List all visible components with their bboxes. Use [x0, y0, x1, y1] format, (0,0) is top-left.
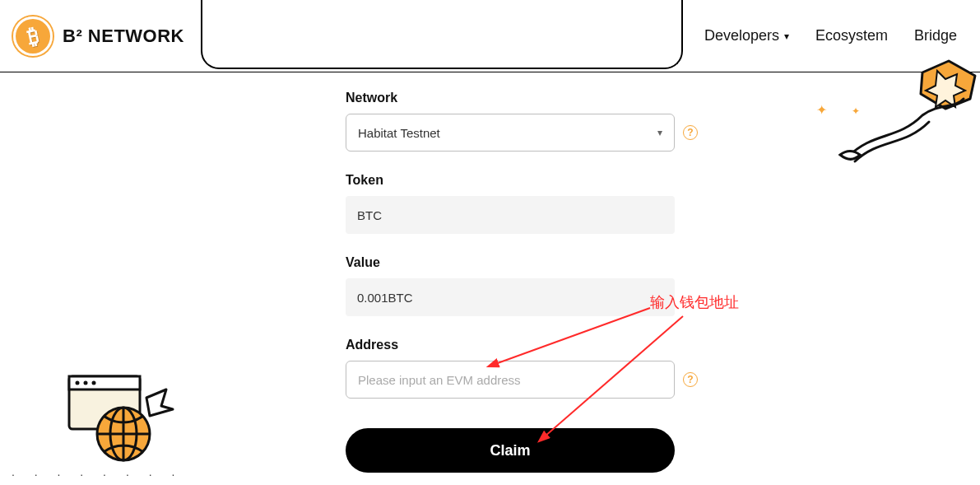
- sparkle-icon: ✦: [852, 105, 860, 117]
- svg-point-4: [76, 381, 80, 385]
- faucet-form: Network Habitat Testnet ▾ ? Token BTC Va…: [346, 91, 675, 473]
- svg-point-6: [92, 381, 96, 385]
- token-value: BTC: [346, 196, 675, 234]
- address-input[interactable]: [346, 361, 675, 399]
- header-bar: B² NETWORK Developers ▾ Ecosystem Bridge: [0, 0, 980, 72]
- nav-ecosystem[interactable]: Ecosystem: [815, 27, 888, 44]
- svg-point-5: [84, 381, 88, 385]
- chevron-down-icon: ▾: [657, 127, 662, 138]
- network-help-icon[interactable]: ?: [683, 125, 698, 140]
- nav-developers-label: Developers: [704, 27, 779, 44]
- nav-developers[interactable]: Developers ▾: [704, 27, 789, 44]
- claim-button[interactable]: Claim: [346, 428, 675, 473]
- value-amount: 0.001BTC: [346, 278, 675, 316]
- value-label: Value: [346, 255, 675, 270]
- dot-decoration: . . . . . . . .: [12, 465, 183, 478]
- svg-rect-3: [69, 376, 140, 389]
- network-label: Network: [346, 91, 675, 105]
- brand-text: B² NETWORK: [63, 26, 184, 47]
- header-nav: Developers ▾ Ecosystem Bridge: [704, 0, 980, 72]
- nav-bridge[interactable]: Bridge: [914, 27, 957, 44]
- header-tab-outline: [201, 0, 683, 69]
- sparkle-icon: ✦: [816, 102, 827, 118]
- address-help-icon[interactable]: ?: [683, 372, 698, 387]
- network-selected-value: Habitat Testnet: [358, 126, 440, 140]
- bitcoin-logo-icon: [13, 16, 53, 56]
- chevron-down-icon: ▾: [784, 30, 789, 42]
- address-label: Address: [346, 338, 675, 352]
- brand-block[interactable]: B² NETWORK: [0, 16, 201, 56]
- token-label: Token: [346, 173, 675, 188]
- window-globe-decoration: [64, 373, 179, 464]
- annotation-input-wallet: 输入钱包地址: [650, 292, 739, 312]
- network-select[interactable]: Habitat Testnet ▾: [346, 114, 675, 152]
